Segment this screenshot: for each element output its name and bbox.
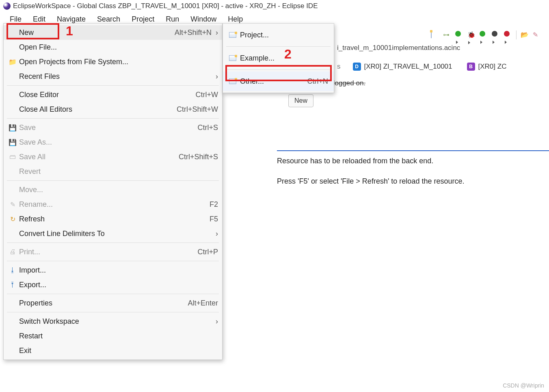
- run-icon[interactable]: [455, 31, 463, 39]
- menu-item-label: Export...: [19, 281, 218, 289]
- tab-badge-d-icon: D: [353, 63, 361, 71]
- menu-item-shortcut: Ctrl+Shift+W: [177, 105, 218, 114]
- menu-item-label: Properties: [19, 299, 184, 308]
- title-bar: EclipseWorkSpace - Global Class ZBP_I_TR…: [0, 0, 549, 12]
- annotation-label-2: 2: [284, 47, 292, 62]
- file-menu-item-open-file[interactable]: Open File...: [4, 40, 222, 54]
- file-menu-item-export[interactable]: ⭱Export...: [4, 277, 222, 292]
- menu-item-shortcut: Ctrl+Shift+S: [179, 153, 218, 161]
- file-menu-item-rename: ✎Rename...F2: [4, 197, 222, 212]
- submenu-arrow-icon: ›: [216, 230, 218, 238]
- reload-message-1: Resource has to be reloaded from the bac…: [277, 157, 533, 165]
- tab-badge-b-icon: B: [467, 63, 475, 71]
- file-menu-item-print: 🖨Print...Ctrl+P: [4, 245, 222, 259]
- tab-label: [XR0] ZI_TRAVEL_M_10001: [364, 63, 452, 71]
- play-icon[interactable]: [480, 31, 488, 39]
- file-menu-item-save-all: 🗃Save AllCtrl+Shift+S: [4, 149, 222, 164]
- menu-item-label: Restart: [19, 332, 218, 340]
- link-icon[interactable]: ⊶: [443, 31, 451, 39]
- menu-item-label: Convert Line Delimiters To: [19, 230, 212, 238]
- refresh-icon: ↻: [6, 215, 19, 223]
- watermark-footer: CSDN @Wriprin: [503, 382, 544, 389]
- menu-item-shortcut: F2: [210, 200, 218, 209]
- eclipse-icon: [3, 2, 11, 10]
- new-wizard-icon[interactable]: [431, 31, 439, 39]
- menu-item-label: Recent Files: [19, 72, 212, 81]
- menu-separator: [7, 294, 219, 294]
- file-menu-item-refresh[interactable]: ↻RefreshF5: [4, 212, 222, 226]
- submenu-arrow-icon: ›: [216, 28, 218, 37]
- menu-item-shortcut: Ctrl+P: [197, 248, 218, 256]
- file-menu-item-exit[interactable]: Exit: [4, 343, 222, 358]
- file-menu-item-import[interactable]: ⭳Import...: [4, 263, 222, 277]
- file-menu-item-recent-files[interactable]: Recent Files›: [4, 69, 222, 84]
- menu-separator: [7, 180, 219, 181]
- menu-item-shortcut: Ctrl+W: [196, 91, 218, 99]
- annotation-label-1: 1: [66, 24, 73, 39]
- folder-icon: 📁: [6, 58, 19, 66]
- menu-item-label: Close Editor: [19, 91, 192, 99]
- file-menu-item-properties[interactable]: PropertiesAlt+Enter: [4, 296, 222, 310]
- menu-item-label: Rename...: [19, 200, 205, 209]
- new-button[interactable]: New: [288, 94, 313, 107]
- file-menu-item-open-projects-from-file-system[interactable]: 📁Open Projects from File System...: [4, 54, 222, 69]
- menu-item-label: Save All: [19, 153, 175, 161]
- menu-item-label: Exit: [19, 347, 218, 355]
- menu-separator: [7, 243, 219, 243]
- stop-icon[interactable]: [504, 31, 512, 39]
- toolbar: ⊶ 🐞 📂 ✎: [431, 27, 549, 43]
- menu-separator: [7, 118, 219, 119]
- menu-item-label: Refresh: [19, 215, 205, 223]
- submenu-arrow-icon: ›: [216, 72, 218, 81]
- file-menu: NewAlt+Shift+N›Open File...📁Open Project…: [3, 23, 223, 360]
- import-icon: ⭳: [6, 266, 19, 274]
- submenu-arrow-icon: ›: [216, 317, 218, 326]
- menu-item-shortcut: Ctrl+S: [197, 123, 218, 132]
- menu-item-label: Save As...: [19, 138, 218, 147]
- annotation-box-2: [225, 65, 332, 81]
- saveas-icon: 💾: [6, 139, 19, 146]
- debug-icon[interactable]: 🐞: [467, 31, 476, 39]
- menu-item-label: Open Projects from File System...: [19, 58, 218, 66]
- menu-separator: [7, 85, 219, 86]
- submenu-item-label: Project...: [240, 31, 328, 39]
- new-submenu: Project...Example...Other...Ctrl+N: [223, 23, 334, 93]
- saveall-icon: 🗃: [6, 153, 19, 160]
- paint-icon[interactable]: ✎: [533, 31, 541, 39]
- menu-item-label: Close All Editors: [19, 105, 173, 114]
- sep-icon: [516, 30, 517, 39]
- save-icon: 💾: [6, 124, 19, 132]
- file-menu-item-save: 💾SaveCtrl+S: [4, 120, 222, 135]
- run2-icon[interactable]: [492, 31, 500, 39]
- menu-item-label: Revert: [19, 167, 218, 176]
- editor-tabs: s D [XR0] ZI_TRAVEL_M_10001 B [XR0] ZC: [337, 61, 549, 72]
- file-menu-item-revert: Revert: [4, 164, 222, 179]
- open-folder-icon[interactable]: 📂: [521, 31, 529, 39]
- wizard-icon: [225, 32, 240, 38]
- reload-message-2: Press 'F5' or select 'File > Refresh' to…: [277, 177, 533, 186]
- menu-item-shortcut: Alt+Enter: [188, 299, 218, 308]
- submenu-item-project[interactable]: Project...: [223, 25, 334, 45]
- menu-item-label: Move...: [19, 186, 218, 194]
- export-icon: ⭱: [6, 281, 19, 288]
- annotation-box-1: [6, 23, 59, 39]
- menu-item-label: Switch Workspace: [19, 317, 212, 326]
- file-menu-item-close-all-editors[interactable]: Close All EditorsCtrl+Shift+W: [4, 102, 222, 117]
- divider: [277, 150, 549, 151]
- file-menu-item-close-editor[interactable]: Close EditorCtrl+W: [4, 87, 222, 102]
- tab-zi-travel[interactable]: D [XR0] ZI_TRAVEL_M_10001: [350, 61, 455, 72]
- breadcrumb: i_travel_m_10001implementations.acinc: [337, 44, 545, 52]
- title-text: EclipseWorkSpace - Global Class ZBP_I_TR…: [13, 2, 318, 10]
- file-menu-item-restart[interactable]: Restart: [4, 329, 222, 343]
- file-menu-item-convert-line-delimiters-to[interactable]: Convert Line Delimiters To›: [4, 226, 222, 241]
- rename-icon: ✎: [6, 201, 19, 208]
- menu-item-label: Import...: [19, 266, 218, 275]
- tab-zc[interactable]: B [XR0] ZC: [465, 61, 509, 72]
- menu-item-label: Print...: [19, 248, 193, 256]
- wizard-icon: [225, 55, 240, 61]
- tab-label: [XR0] ZC: [478, 63, 507, 71]
- menu-item-shortcut: Alt+Shift+N: [175, 28, 212, 37]
- file-menu-item-switch-workspace[interactable]: Switch Workspace›: [4, 314, 222, 329]
- menu-separator: [226, 46, 331, 47]
- menu-item-shortcut: F5: [210, 215, 218, 223]
